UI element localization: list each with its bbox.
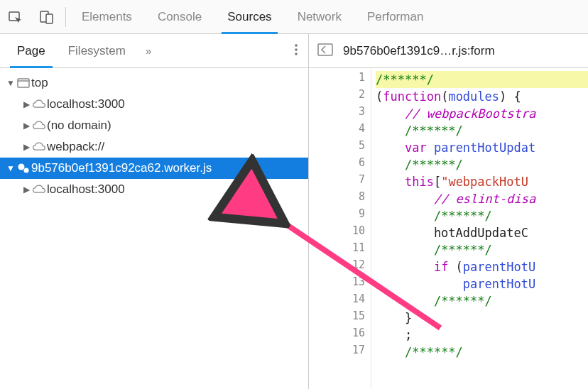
code-content[interactable]: /******/(function(modules) { // webpackB… (371, 68, 588, 389)
chevron-right-icon: ▶ (21, 121, 31, 131)
svg-point-8 (18, 164, 25, 170)
code-gutter: 1234567891011121314151617 (309, 68, 371, 389)
editor-pane: 9b576b0ef1391c9…r.js:form 12345678910111… (309, 34, 588, 389)
tree-label: 9b576b0ef1391c92ca62.worker.js (31, 161, 212, 175)
tree-label: top (31, 76, 48, 90)
file-tree: ▼ top ▶ localhost:3000 ▶ (no domain) ▶ w… (0, 68, 308, 389)
tab-sources[interactable]: Sources (214, 0, 284, 33)
chevron-right-icon: ▶ (21, 185, 31, 194)
tree-label: webpack:// (47, 140, 104, 154)
cloud-icon (31, 185, 47, 194)
svg-point-3 (295, 44, 298, 47)
tab-network[interactable]: Network (285, 0, 354, 33)
chevron-right-icon: ▶ (21, 99, 31, 109)
tab-performance[interactable]: Performan (354, 0, 436, 33)
navigator-pane: Page Filesystem » ▼ top ▶ localhost:3000… (0, 34, 309, 389)
gears-icon (16, 162, 31, 175)
code-area: 1234567891011121314151617 /******/(funct… (309, 68, 588, 389)
svg-point-4 (295, 48, 298, 51)
tree-item[interactable]: ▶ webpack:// (0, 136, 308, 158)
tree-worker[interactable]: ▼ 9b576b0ef1391c92ca62.worker.js (0, 158, 308, 179)
svg-point-5 (295, 53, 298, 55)
navigator-menu-icon[interactable] (294, 43, 298, 59)
chevron-down-icon: ▼ (6, 78, 16, 88)
tree-item[interactable]: ▶ localhost:3000 (0, 94, 308, 115)
navigator-tab-page[interactable]: Page (6, 34, 57, 67)
panel-tabs: Elements Console Sources Network Perform… (69, 0, 436, 33)
svg-rect-2 (46, 14, 53, 23)
inspect-icon[interactable] (0, 0, 31, 34)
cloud-icon (31, 142, 47, 152)
tree-top[interactable]: ▼ top (0, 72, 308, 94)
tab-elements[interactable]: Elements (69, 0, 145, 33)
tab-console[interactable]: Console (145, 0, 214, 33)
svg-rect-6 (18, 79, 29, 87)
navigator-header: Page Filesystem » (0, 34, 308, 68)
separator (65, 7, 66, 27)
chevron-right-icon: ▶ (21, 142, 31, 152)
main-area: Page Filesystem » ▼ top ▶ localhost:3000… (0, 34, 588, 389)
editor-filename: 9b576b0ef1391c9…r.js:form (343, 44, 495, 58)
tree-label: localhost:3000 (47, 97, 125, 111)
devtools-topbar: Elements Console Sources Network Perform… (0, 0, 588, 34)
cloud-icon (31, 99, 47, 109)
cloud-icon (31, 121, 47, 131)
navigator-overflow-icon[interactable]: » (137, 45, 160, 57)
svg-point-9 (24, 168, 29, 173)
window-icon (16, 78, 31, 88)
editor-header: 9b576b0ef1391c9…r.js:form (309, 34, 588, 68)
svg-rect-10 (318, 44, 332, 55)
tree-item[interactable]: ▶ (no domain) (0, 115, 308, 136)
device-toggle-icon[interactable] (31, 0, 62, 34)
tree-item[interactable]: ▶ localhost:3000 (0, 179, 308, 200)
navigator-tab-filesystem[interactable]: Filesystem (57, 34, 137, 67)
toggle-navigator-icon[interactable] (317, 43, 333, 58)
tree-label: (no domain) (47, 119, 111, 133)
tree-label: localhost:3000 (47, 182, 125, 197)
chevron-down-icon: ▼ (6, 163, 16, 173)
